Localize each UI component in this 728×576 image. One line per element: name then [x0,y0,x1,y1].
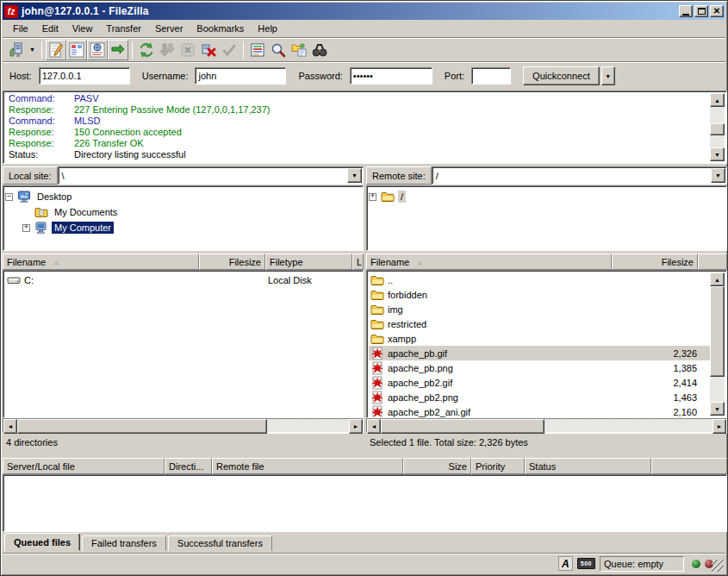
local-horizontal-scrollbar[interactable]: ◄ ► [3,418,364,433]
password-input[interactable] [350,67,432,85]
scroll-down-button[interactable]: ▼ [710,402,725,416]
file-row[interactable]: apache_pb2_ani.gif 2,160 [369,404,710,418]
toolbar-separator [243,41,244,59]
title-bar[interactable]: fz john@127.0.0.1 - FileZilla ✕ [3,3,725,20]
remote-site-combo[interactable]: / ▼ [432,166,727,185]
tree-item-desktop[interactable]: − Desktop [5,189,361,204]
local-file-list[interactable]: C: Local Disk [3,270,364,418]
scroll-right-button[interactable]: ► [712,419,726,434]
collapse-expander[interactable]: − [5,193,13,201]
local-site-combo[interactable]: \ ▼ [58,166,364,185]
reconnect-button[interactable] [219,40,240,60]
cancel-operation-button[interactable] [177,40,198,60]
file-row-local-drive[interactable]: C: Local Disk [5,272,361,287]
column-header-filesize[interactable]: Filesize [612,254,698,270]
scrollbar-thumb[interactable] [17,419,267,434]
toggle-transfer-queue-button[interactable] [108,40,128,60]
expand-expander[interactable]: + [22,224,30,232]
remote-list-scrollbar[interactable]: ▲ ▼ [710,272,725,416]
file-row[interactable]: xampp [369,331,710,346]
menu-transfer[interactable]: Transfer [99,22,148,35]
quickconnect-dropdown[interactable]: ▼ [601,66,615,85]
host-input[interactable] [39,67,130,85]
scrollbar-thumb[interactable] [710,123,725,135]
log-scrollbar[interactable]: ▲ ▼ [710,93,725,161]
column-header-status[interactable]: Status [525,458,651,474]
file-row[interactable]: img [369,302,710,316]
menu-bookmarks[interactable]: Bookmarks [190,22,251,35]
close-button[interactable]: ✕ [710,5,724,17]
port-input[interactable] [471,67,511,85]
remote-horizontal-scrollbar[interactable]: ◄ ► [366,418,727,433]
column-header-filesize[interactable]: Filesize [199,254,265,270]
file-row[interactable]: apache_pb2.png 1,463 [369,390,710,404]
scrollbar-thumb[interactable] [710,286,725,377]
column-header-filename[interactable]: Filename▵ [3,254,199,270]
username-input[interactable] [195,67,286,85]
file-name: .. [388,275,393,285]
remote-tree[interactable]: + / [366,185,727,251]
column-header-remote-file[interactable]: Remote file [212,458,403,474]
file-row[interactable]: apache_pb.png 1,385 [369,360,710,375]
file-search-button[interactable] [268,40,289,60]
expand-expander[interactable]: + [369,193,376,201]
scrollbar-thumb[interactable] [381,419,544,434]
menu-help[interactable]: Help [251,22,284,35]
column-header-filetype[interactable]: Filetype [265,254,352,270]
file-row-selected[interactable]: apache_pb.gif 2,326 [369,346,710,360]
remote-file-list[interactable]: .. forbidden img restricted [366,270,727,418]
tree-item-my-computer[interactable]: + My Computer [5,220,361,235]
menu-file[interactable]: File [6,22,35,35]
directory-comparison-button[interactable] [289,40,309,60]
data-type-indicator-icon[interactable]: A [558,556,573,571]
synchronized-browsing-button[interactable] [309,40,330,60]
quickconnect-button[interactable]: Quickconnect [523,66,600,85]
scroll-down-button[interactable]: ▼ [710,147,725,161]
site-manager-button[interactable] [6,40,27,60]
column-header-priority[interactable]: Priority [471,458,525,474]
menu-view[interactable]: View [65,22,100,35]
local-tree[interactable]: − Desktop My Documents + My Computer [3,185,364,251]
scroll-right-button[interactable]: ► [349,419,363,434]
scroll-left-button[interactable]: ◄ [367,419,381,434]
scroll-up-button[interactable]: ▲ [710,272,725,286]
local-site-combo-dropdown[interactable]: ▼ [347,168,362,183]
column-header-server-local-file[interactable]: Server/Local file [3,458,165,474]
tab-queued-files[interactable]: Queued files [4,533,80,551]
remote-site-combo-dropdown[interactable]: ▼ [711,168,725,183]
tab-successful-transfers[interactable]: Successful transfers [168,535,272,551]
scroll-left-button[interactable]: ◄ [3,419,17,434]
column-header-filename[interactable]: Filename▵ [366,254,612,270]
site-manager-dropdown[interactable]: ▼ [27,41,38,59]
tree-item-my-documents[interactable]: My Documents [5,204,361,220]
filter-listing-button[interactable] [247,40,268,60]
speed-limit-icon[interactable]: 500 [577,558,595,569]
file-row[interactable]: apache_pb2.gif 2,414 [369,375,710,390]
remote-site-label: Remote site: [366,166,432,185]
tree-item-root[interactable]: + / [369,189,725,204]
no-expander [22,209,30,216]
file-row[interactable]: restricted [369,316,710,331]
column-header-size[interactable]: Size [403,458,471,474]
menu-edit[interactable]: Edit [35,22,65,35]
file-row[interactable]: .. [369,272,710,287]
log-entry-type: Status: [9,149,74,160]
transfer-queue-list[interactable] [3,474,727,532]
column-header-last-modified[interactable]: L [352,254,364,270]
disconnect-button[interactable] [198,40,219,60]
menu-server[interactable]: Server [148,22,190,35]
minimize-button[interactable] [679,5,693,17]
toggle-local-tree-button[interactable] [66,40,87,60]
file-row[interactable]: forbidden [369,287,710,302]
file-size: 1,385 [673,363,697,373]
maximize-button[interactable] [694,5,708,17]
resize-grip[interactable] [712,560,724,572]
toggle-message-log-button[interactable] [46,40,66,60]
scroll-up-button[interactable]: ▲ [710,93,725,107]
column-header-direction[interactable]: Directi... [165,458,212,474]
toggle-remote-tree-button[interactable] [87,40,108,60]
tab-failed-transfers[interactable]: Failed transfers [82,535,166,551]
queue-header: Server/Local file Directi... Remote file… [3,458,727,474]
refresh-button[interactable] [136,40,157,60]
process-queue-button[interactable] [157,40,177,60]
